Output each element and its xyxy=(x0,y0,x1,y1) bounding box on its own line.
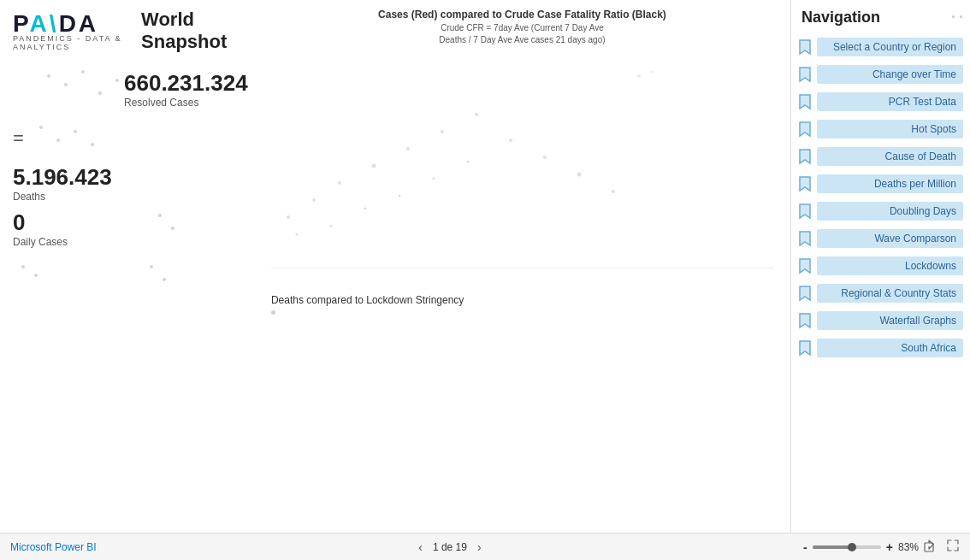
left-panel: PA\DA PANDEMICS - DATA & ANALYTICS World… xyxy=(0,0,254,533)
decoration-dots xyxy=(951,7,963,22)
bookmark-icon-3 xyxy=(798,121,812,138)
nav-item-hotspots[interactable]: Hot Spots xyxy=(791,115,970,143)
prev-page-button[interactable]: ‹ xyxy=(415,540,426,554)
nav-item-label-7: Wave Comparson xyxy=(817,229,963,248)
svg-point-1 xyxy=(312,198,316,202)
secondary-chart-area: Deaths compared to Lockdown Stringency xyxy=(271,294,773,315)
chart-dot xyxy=(271,310,275,315)
bookmark-icon-6 xyxy=(798,203,812,220)
nav-item-label-10: Waterfall Graphs xyxy=(817,311,963,330)
main-chart xyxy=(271,63,773,268)
bottom-bar: Microsoft Power BI ‹ 1 de 19 › - + 83% xyxy=(0,533,970,560)
daily-cases-value: 0 xyxy=(13,209,68,236)
svg-point-7 xyxy=(509,139,512,142)
nav-item-south-africa[interactable]: South Africa xyxy=(791,334,970,362)
resolved-cases-value: 660.231.324 xyxy=(124,70,248,97)
nav-item-label-11: South Africa xyxy=(817,339,963,357)
svg-point-5 xyxy=(441,130,444,133)
deaths-value: 5.196.423 xyxy=(13,164,241,191)
nav-item-label-8: Lockdowns xyxy=(817,256,963,275)
svg-point-14 xyxy=(398,195,400,197)
nav-item-pcr[interactable]: PCR Test Data xyxy=(791,88,970,115)
svg-point-17 xyxy=(637,74,641,78)
nav-item-doubling-days[interactable]: Doubling Days xyxy=(791,197,970,225)
nav-item-label-6: Doubling Days xyxy=(817,202,963,221)
svg-point-12 xyxy=(329,225,332,227)
nav-item-waterfall[interactable]: Waterfall Graphs xyxy=(791,307,970,334)
page-indicator: 1 de 19 xyxy=(433,541,467,553)
nav-title: Navigation xyxy=(791,0,970,33)
zoom-minus[interactable]: - xyxy=(803,540,807,554)
deaths-label: Deaths xyxy=(13,191,241,203)
svg-point-18 xyxy=(650,71,653,74)
svg-point-13 xyxy=(364,208,366,210)
resolved-cases-stat: 660.231.324 Resolved Cases xyxy=(124,70,248,109)
svg-point-0 xyxy=(287,215,290,219)
bottom-icons xyxy=(924,539,960,555)
bookmark-icon-4 xyxy=(798,148,812,165)
svg-point-10 xyxy=(612,190,615,193)
nav-item-wave[interactable]: Wave Comparson xyxy=(791,225,970,252)
zoom-control: - + 83% xyxy=(803,539,960,555)
nav-item-label-4: Cause of Death xyxy=(817,147,963,166)
nav-item-select-country[interactable]: Select a Country or Region xyxy=(791,33,970,61)
equals-sign: = xyxy=(13,127,24,150)
powerbi-link[interactable]: Microsoft Power BI xyxy=(10,541,97,553)
pagination: ‹ 1 de 19 › xyxy=(415,540,484,554)
nav-item-change-time[interactable]: Change over Time xyxy=(791,61,970,88)
svg-point-4 xyxy=(406,147,410,150)
svg-point-6 xyxy=(475,113,478,116)
main-chart-svg xyxy=(271,63,773,268)
stats-section: 660.231.324 Resolved Cases = 5.196.423 xyxy=(13,66,241,286)
bookmark-icon-8 xyxy=(798,257,812,274)
nav-item-label-9: Regional & Country Stats xyxy=(817,284,963,303)
zoom-slider[interactable] xyxy=(813,545,881,549)
nav-item-label-5: Deaths per Million xyxy=(817,174,963,193)
bookmark-icon-11 xyxy=(798,339,812,357)
daily-cases-label: Daily Cases xyxy=(13,236,68,248)
svg-point-2 xyxy=(338,181,341,185)
nav-item-deaths-million[interactable]: Deaths per Million xyxy=(791,170,970,197)
bookmark-icon-7 xyxy=(798,230,812,247)
logo: PA\DA PANDEMICS - DATA & ANALYTICS xyxy=(13,10,131,51)
svg-point-8 xyxy=(543,156,547,159)
deaths-stat: 5.196.423 Deaths xyxy=(13,164,241,203)
share-icon[interactable] xyxy=(924,539,937,555)
resolved-cases-label: Resolved Cases xyxy=(124,97,248,109)
nav-items-list: Select a Country or Region Change over T… xyxy=(791,33,970,362)
main-area: PA\DA PANDEMICS - DATA & ANALYTICS World… xyxy=(0,0,970,533)
bookmark-icon-10 xyxy=(798,312,812,329)
right-panel: Navigation Select a Country or Region Ch… xyxy=(790,0,970,533)
nav-item-label-3: Hot Spots xyxy=(817,120,963,139)
nav-item-cause-death[interactable]: Cause of Death xyxy=(791,143,970,170)
page-title: World Snapshot xyxy=(141,9,241,53)
nav-item-label-2: PCR Test Data xyxy=(817,92,963,111)
nav-item-label-0: Select a Country or Region xyxy=(817,38,963,56)
bookmark-icon-2 xyxy=(798,93,812,110)
expand-icon[interactable] xyxy=(946,539,960,555)
next-page-button[interactable]: › xyxy=(474,540,485,554)
svg-point-9 xyxy=(577,173,581,177)
nav-item-label-1: Change over Time xyxy=(817,65,963,84)
zoom-percent: 83% xyxy=(898,541,919,553)
daily-cases-stat: 0 Daily Cases xyxy=(13,209,241,252)
svg-point-3 xyxy=(371,164,376,168)
bookmark-icon-9 xyxy=(798,285,812,302)
secondary-chart-title: Deaths compared to Lockdown Stringency xyxy=(271,294,773,306)
logo-area: PA\DA PANDEMICS - DATA & ANALYTICS World… xyxy=(13,9,241,53)
svg-point-16 xyxy=(466,161,469,163)
logo-subtitle: PANDEMICS - DATA & ANALYTICS xyxy=(13,34,131,51)
center-panel: Cases (Red) compared to Crude Case Fatal… xyxy=(254,0,790,533)
svg-point-15 xyxy=(432,178,435,180)
zoom-slider-thumb xyxy=(848,543,856,551)
main-chart-subtitle: Crude CFR = 7day Ave (Current 7 Day Ave … xyxy=(271,22,773,46)
nav-item-lockdowns[interactable]: Lockdowns xyxy=(791,252,970,280)
bookmark-icon-5 xyxy=(798,175,812,192)
bookmark-icon-0 xyxy=(798,38,812,56)
main-chart-title: Cases (Red) compared to Crude Case Fatal… xyxy=(271,9,773,21)
zoom-plus[interactable]: + xyxy=(886,540,893,554)
bookmark-icon-1 xyxy=(798,66,812,83)
nav-item-regional[interactable]: Regional & Country Stats xyxy=(791,280,970,307)
svg-point-11 xyxy=(295,233,298,236)
